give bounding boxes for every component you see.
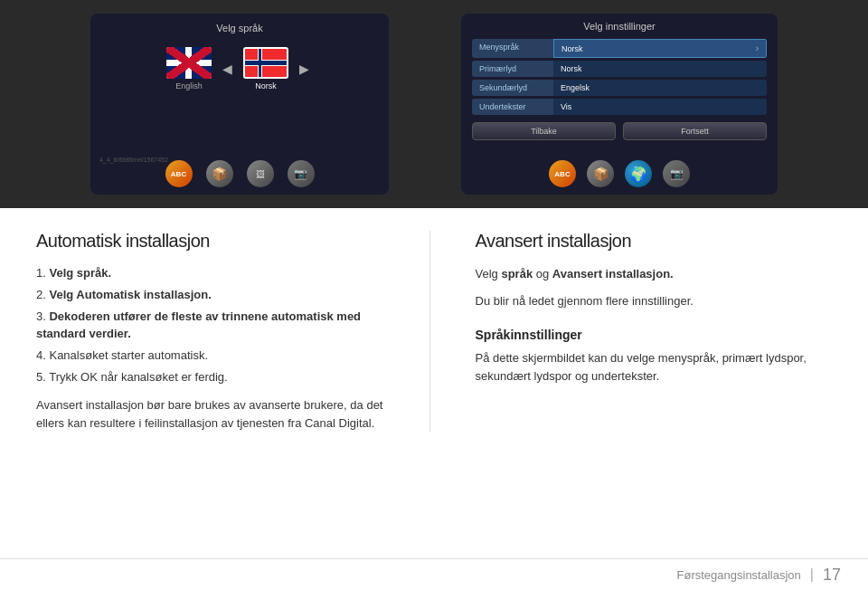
right-heading: Avansert installasjon — [476, 231, 833, 252]
globe-icon — [625, 160, 652, 187]
abc-icon-right: ABC — [549, 160, 576, 187]
camera-icon: 📷 — [288, 160, 315, 187]
right-description: Du blir nå ledet gjennom flere innstilli… — [476, 292, 833, 310]
settings-row-1: Primærlyd Norsk — [472, 61, 767, 77]
flags-area: English ◀ Norsk ▶ — [99, 47, 380, 90]
list-item-3: 3. Dekoderen utfører de fleste av trinne… — [36, 309, 393, 341]
bottom-section: Automatisk installasjon 1. Velg språk. 2… — [0, 208, 868, 450]
settings-label-1: Primærlyd — [472, 61, 553, 77]
flag-english-container: English — [166, 47, 212, 90]
box-icon-right: 📦 — [587, 160, 614, 187]
bottom-icons-left: ABC 📦 🖼 📷 — [90, 160, 389, 187]
sub-heading: Språkinnstillinger — [476, 328, 833, 342]
settings-value-text-1: Norsk — [561, 64, 582, 73]
settings-value-0: Norsk › — [553, 39, 767, 58]
left-content: Automatisk installasjon 1. Velg språk. 2… — [36, 231, 430, 432]
footer-text: Førstegangsinstallasjon — [677, 568, 801, 582]
camera-icon-right: 📷 — [663, 160, 690, 187]
right-content: Avansert installasjon Velg språk og Avan… — [467, 231, 833, 432]
page-number: 17 — [823, 566, 841, 585]
right-screen-title: Velg innstillinger — [472, 21, 767, 32]
settings-row-3: Undertekster Vis — [472, 99, 767, 115]
flag-norsk — [243, 47, 288, 79]
settings-buttons: Tilbake Fortsett — [472, 122, 767, 140]
right-intro-bold2: Avansert installasjon. — [552, 267, 674, 281]
list-item-4: 4. Kanalsøket starter automatisk. — [36, 347, 393, 364]
list-item-3-text: Dekoderen utfører de fleste av trinnene … — [36, 309, 361, 339]
photo-icon: 🖼 — [247, 160, 274, 187]
box-icon: 📦 — [206, 160, 233, 187]
list-item-5-text: Trykk OK når kanalsøket er ferdig. — [49, 370, 227, 384]
right-arrow-icon: ▶ — [296, 62, 313, 76]
left-heading: Automatisk installasjon — [36, 231, 393, 252]
right-intro-bold1: språk — [501, 267, 533, 281]
list-item-2: 2. Velg Automatisk installasjon. — [36, 287, 393, 303]
settings-arrow-0: › — [756, 43, 759, 53]
settings-row-0: Menyspråk Norsk › — [472, 39, 767, 58]
flag-english — [166, 47, 212, 79]
list-item-2-bold: Velg Automatisk installasjon. — [49, 288, 211, 301]
left-arrow-icon: ◀ — [219, 62, 236, 76]
settings-value-3: Vis — [553, 99, 767, 115]
left-warning: Avansert installasjon bør bare brukes av… — [36, 396, 393, 432]
settings-value-text-0: Norsk — [561, 44, 583, 53]
abc-icon: ABC — [165, 160, 193, 187]
sub-text: På dette skjermbildet kan du velge menys… — [476, 349, 833, 385]
footer: Førstegangsinstallasjon | 17 — [0, 558, 868, 590]
flag-norsk-label: Norsk — [255, 81, 277, 90]
settings-label-0: Menyspråk — [472, 39, 553, 58]
flag-english-label: English — [175, 81, 203, 90]
list-item-5: 5. Trykk OK når kanalsøket er ferdig. — [36, 369, 393, 385]
settings-value-text-2: Engelsk — [561, 83, 590, 92]
settings-value-2: Engelsk — [553, 80, 767, 96]
settings-value-1: Norsk — [553, 61, 767, 77]
settings-value-text-3: Vis — [561, 102, 571, 111]
settings-label-3: Undertekster — [472, 99, 553, 115]
back-button[interactable]: Tilbake — [472, 122, 616, 140]
bottom-icons-right: ABC 📦 📷 — [461, 160, 778, 187]
footer-divider: | — [810, 566, 814, 583]
flag-norsk-container: Norsk — [243, 47, 288, 90]
top-section: Velg språk English ◀ Norsk ▶ 4_4_6/6989/… — [0, 0, 868, 208]
settings-label-2: Sekundærlyd — [472, 80, 553, 96]
settings-row-2: Sekundærlyd Engelsk — [472, 80, 767, 96]
left-screen-title: Velg språk — [99, 23, 380, 33]
list-item-1: 1. Velg språk. — [36, 265, 393, 281]
list-item-4-text: Kanalsøket starter automatisk. — [49, 348, 208, 362]
screen-right: Velg innstillinger Menyspråk Norsk › Pri… — [461, 14, 778, 195]
right-intro: Velg språk og Avansert installasjon. — [476, 265, 833, 283]
list-item-1-bold: Velg språk. — [49, 266, 111, 280]
screen-left: Velg språk English ◀ Norsk ▶ 4_4_6/6989/… — [90, 14, 389, 195]
continue-button[interactable]: Fortsett — [623, 122, 767, 140]
